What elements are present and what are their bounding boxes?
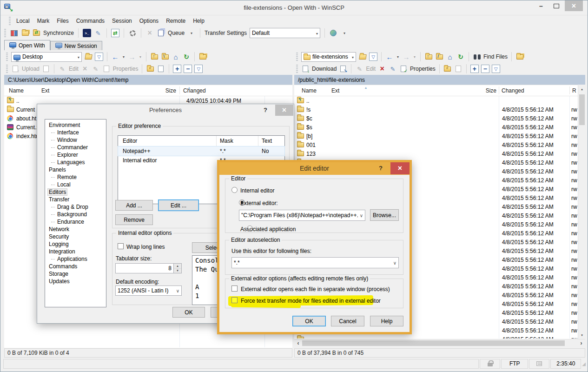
refresh-icon[interactable] — [182, 53, 191, 61]
home-directory-icon[interactable] — [446, 53, 454, 61]
find-files-icon[interactable] — [473, 53, 481, 61]
menu-grip[interactable] — [9, 17, 11, 25]
download-button[interactable]: Download — [312, 66, 337, 72]
tree-item[interactable]: Logging — [45, 240, 106, 248]
select-files-icon[interactable] — [470, 65, 479, 73]
add-bookmark-icon[interactable] — [515, 53, 524, 61]
filter-icon[interactable] — [369, 53, 377, 61]
back-icon[interactable] — [385, 53, 394, 61]
file-row[interactable]: $c 4/8/2015 5:56:12 AM rw — [294, 114, 578, 123]
default-encoding-combobox[interactable]: 1252 (ANSI - Latin I) — [115, 286, 182, 296]
file-row[interactable]: $s 4/8/2015 5:56:12 AM rw — [294, 123, 578, 132]
select-files-icon[interactable] — [173, 65, 181, 73]
transfer-options-globe-icon[interactable] — [329, 29, 337, 37]
edit-editor-help-button[interactable]: Help — [370, 316, 403, 326]
menu-item[interactable]: Files — [53, 16, 72, 26]
tree-item[interactable]: Endurance — [45, 218, 106, 226]
preferences-title-bar[interactable]: Preferences — [37, 104, 294, 117]
menu-item[interactable]: Remote — [162, 16, 189, 26]
selection-filter-icon[interactable] — [194, 65, 203, 73]
column-header-ext[interactable]: Ext — [41, 87, 49, 94]
tree-item[interactable]: Security — [45, 233, 106, 240]
delete-icon[interactable] — [378, 65, 386, 73]
tree-item[interactable]: Commands — [45, 263, 106, 270]
new-file-icon[interactable] — [157, 65, 165, 73]
spin-down-icon[interactable] — [174, 269, 181, 273]
edit-connection-icon[interactable] — [94, 29, 102, 37]
scroll-left-icon[interactable] — [294, 340, 302, 346]
column-header-rights[interactable]: R — [572, 87, 576, 94]
menu-item[interactable]: Help — [189, 16, 208, 26]
new-folder-icon[interactable]: + — [146, 65, 154, 73]
menu-item[interactable]: Commands — [73, 16, 108, 26]
parent-directory-icon[interactable]: ↑ — [424, 53, 433, 61]
commander-layout-icon[interactable] — [10, 29, 18, 37]
browse-button[interactable]: Browse... — [370, 209, 399, 221]
column-editor[interactable]: Editor — [123, 138, 137, 144]
menu-item[interactable]: Mark — [33, 16, 53, 26]
lock-cell[interactable] — [480, 359, 500, 369]
tabulator-size-stepper[interactable]: 8 — [115, 263, 182, 273]
file-row[interactable]: 4/8/2015 5:56:12 AM rw — [294, 335, 578, 339]
minimize-button[interactable] — [534, 0, 548, 11]
wrap-long-lines-checkbox[interactable] — [118, 243, 124, 249]
transfer-options-dropdown-icon[interactable] — [340, 29, 349, 37]
resize-grip-icon[interactable]: ◢ — [582, 361, 586, 366]
tree-item[interactable]: Drag & Drop — [45, 203, 106, 211]
column-header-changed[interactable]: Changed — [502, 87, 524, 94]
file-row[interactable]: [b] 4/8/2015 5:56:12 AM rw — [294, 132, 578, 140]
column-header-ext[interactable]: Ext — [331, 87, 339, 94]
unselect-files-icon[interactable] — [481, 65, 489, 73]
download-icon[interactable]: ↓ — [301, 65, 310, 73]
queue-dropdown-icon[interactable] — [187, 29, 196, 37]
tree-item[interactable]: Environment — [45, 121, 106, 129]
scrollbar-thumb[interactable] — [302, 340, 565, 346]
column-header-changed[interactable]: Changed — [183, 87, 206, 94]
tree-item[interactable]: Explorer — [45, 151, 106, 159]
right-vertical-scrollbar[interactable] — [578, 85, 585, 339]
tree-item[interactable]: Panels — [45, 166, 106, 173]
edit-button[interactable]: Edit ... — [158, 199, 199, 211]
queue-icon[interactable] — [157, 29, 165, 37]
grip[interactable] — [296, 53, 298, 61]
scroll-right-icon[interactable] — [577, 340, 585, 346]
open-directory-icon[interactable] — [358, 53, 367, 61]
grip[interactable] — [6, 53, 8, 61]
tree-item[interactable]: Network — [45, 226, 106, 233]
separate-window-checkbox[interactable] — [231, 286, 238, 292]
duplicate-icon[interactable]: ↘ — [339, 65, 347, 73]
selection-filter-icon[interactable] — [492, 65, 500, 73]
queue-button[interactable]: Queue — [168, 30, 185, 36]
internal-editor-radio[interactable] — [231, 187, 238, 193]
file-row[interactable]: !s 4/8/2015 5:56:12 AM rw — [294, 105, 578, 114]
column-header-name[interactable]: Name — [302, 87, 317, 94]
refresh-panels-icon[interactable] — [111, 29, 119, 37]
menu-item[interactable]: Local — [13, 16, 33, 26]
column-text[interactable]: Text — [262, 138, 272, 144]
find-files-button[interactable]: Find Files — [483, 53, 508, 60]
column-mask[interactable]: Mask — [220, 138, 233, 144]
tree-item[interactable]: Commander — [45, 144, 106, 151]
unselect-files-icon[interactable] — [184, 65, 192, 73]
open-in-explorer-icon[interactable] — [198, 53, 207, 61]
scrollbar-thumb[interactable] — [579, 94, 585, 125]
edit-editor-ok-button[interactable]: OK — [292, 316, 326, 326]
root-directory-icon[interactable]: \ — [161, 53, 169, 61]
properties-button[interactable]: Properties — [410, 66, 436, 72]
editor-row[interactable]: Notepad++ *.* No — [118, 146, 284, 156]
column-header-size[interactable]: Size — [469, 87, 496, 94]
grip[interactable] — [296, 65, 298, 73]
column-header-name[interactable]: Name — [9, 87, 24, 94]
add-button[interactable]: Add ... — [115, 200, 153, 211]
home-directory-icon[interactable] — [172, 53, 180, 61]
grip[interactable] — [6, 65, 8, 73]
left-path-bar[interactable]: C:\Users\User\Desktop\Open With\Current\… — [4, 75, 292, 85]
refresh-icon[interactable] — [456, 53, 465, 61]
tree-item[interactable]: Languages — [45, 159, 106, 166]
file-row[interactable]: 123 4/8/2015 5:56:12 AM rw — [294, 149, 578, 158]
protocol-cell[interactable]: FTP — [501, 359, 528, 369]
parent-directory-icon[interactable]: ↑ — [150, 53, 159, 61]
back-icon[interactable] — [111, 53, 119, 61]
spin-up-icon[interactable] — [174, 264, 181, 269]
left-location-combobox[interactable]: Desktop — [11, 52, 82, 62]
